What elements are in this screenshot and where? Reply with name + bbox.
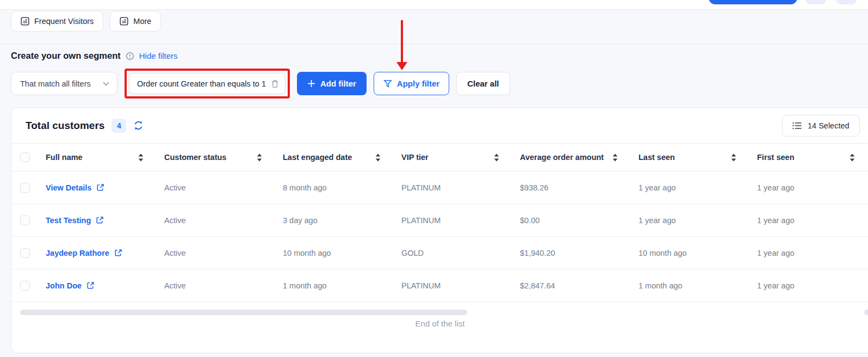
- column-header-vip-tier[interactable]: VIP tier: [401, 153, 520, 162]
- customer-name-link[interactable]: John Doe: [46, 281, 82, 290]
- select-all-cell: [20, 152, 46, 162]
- vip-tier-cell: PLATINUM: [401, 216, 520, 225]
- sort-icon[interactable]: [494, 153, 499, 162]
- external-link-icon[interactable]: [96, 183, 104, 192]
- frequent-visitors-button[interactable]: Frequent Visitors: [11, 11, 103, 32]
- external-link-icon[interactable]: [86, 281, 95, 290]
- vip-tier-cell: PLATINUM: [401, 281, 520, 290]
- select-all-checkbox[interactable]: [20, 152, 30, 162]
- first-seen-cell: 1 year ago: [757, 216, 868, 225]
- more-segments-button[interactable]: More: [110, 11, 161, 32]
- customers-card-header: Total customers 4 14 Selected: [11, 108, 868, 143]
- annotation-arrow: [396, 20, 408, 70]
- row-checkbox[interactable]: [20, 216, 30, 225]
- column-header-first-seen[interactable]: First seen: [757, 153, 868, 162]
- customer-status-cell: Active: [164, 216, 283, 225]
- external-link-icon[interactable]: [114, 249, 122, 257]
- refresh-icon[interactable]: [133, 120, 144, 131]
- frequent-visitors-label: Frequent Visitors: [34, 17, 94, 26]
- table-row: Test Testing Active 3 day ago PLATINUM $…: [11, 204, 868, 237]
- last-engaged-cell: 3 day ago: [283, 216, 401, 225]
- toolbar-chip-partial[interactable]: [836, 0, 857, 4]
- list-icon: [792, 122, 802, 130]
- segment-builder-title: Create your own segment: [11, 51, 121, 61]
- last-engaged-cell: 10 month ago: [283, 249, 401, 257]
- filter-chip[interactable]: Order count Greater than equals to 1: [129, 73, 286, 94]
- table-header-row: Full name Customer status Last engaged d…: [11, 143, 868, 171]
- customer-name-link[interactable]: Test Testing: [46, 216, 91, 225]
- customer-name-link[interactable]: View Details: [46, 183, 91, 192]
- selected-count-button[interactable]: 14 Selected: [782, 115, 860, 137]
- more-label: More: [133, 17, 151, 26]
- last-seen-cell: 1 month ago: [638, 281, 757, 290]
- section-divider: [0, 44, 868, 44]
- table-row: John Doe Active 1 month ago PLATINUM $2,…: [11, 269, 868, 302]
- customer-status-cell: Active: [164, 183, 283, 192]
- sort-icon[interactable]: [138, 153, 144, 162]
- match-filters-dropdown[interactable]: That match all filters: [11, 72, 117, 95]
- sort-icon[interactable]: [850, 153, 855, 162]
- customer-status-cell: Active: [164, 249, 283, 257]
- quick-segments-row: Frequent Visitors More: [11, 11, 161, 32]
- filter-controls-row: That match all filters Order count Great…: [11, 70, 510, 97]
- funnel-icon: [383, 79, 392, 88]
- row-checkbox[interactable]: [20, 281, 30, 291]
- segment-icon: [21, 17, 29, 26]
- toolbar-chip-partial[interactable]: [805, 0, 826, 4]
- clear-all-label: Clear all: [467, 79, 499, 88]
- column-header-last-engaged-date[interactable]: Last engaged date: [283, 153, 401, 162]
- horizontal-scrollbar[interactable]: [20, 310, 467, 315]
- apply-filter-label: Apply filter: [397, 79, 439, 88]
- table-row: Jaydeep Rathore Active 10 month ago GOLD…: [11, 237, 868, 269]
- match-filters-value: That match all filters: [20, 79, 91, 88]
- end-of-list-text: End of the list: [11, 319, 868, 328]
- last-engaged-cell: 8 month ago: [283, 183, 401, 192]
- primary-action-button-partial[interactable]: [709, 0, 797, 4]
- filter-chip-label: Order count Greater than equals to 1: [137, 79, 266, 88]
- avg-order-cell: $1,940.20: [520, 249, 638, 257]
- column-header-full-name[interactable]: Full name: [46, 153, 164, 162]
- apply-filter-button[interactable]: Apply filter: [374, 72, 449, 95]
- row-checkbox[interactable]: [20, 248, 30, 258]
- chevron-down-icon: [103, 82, 109, 86]
- first-seen-cell: 1 year ago: [757, 183, 868, 192]
- customer-name-link[interactable]: Jaydeep Rathore: [46, 249, 109, 257]
- customer-status-cell: Active: [164, 281, 283, 290]
- table-row: View Details Active 8 month ago PLATINUM…: [11, 171, 868, 204]
- sort-icon[interactable]: [257, 153, 262, 162]
- last-engaged-cell: 1 month ago: [283, 281, 401, 290]
- customers-card: Total customers 4 14 Selected Full name …: [11, 107, 868, 353]
- column-header-average-order-amount[interactable]: Average order amount: [520, 153, 638, 162]
- horizontal-scrollbar-fragment[interactable]: [864, 310, 868, 315]
- info-icon: [126, 52, 134, 60]
- column-header-last-seen[interactable]: Last seen: [638, 153, 757, 162]
- avg-order-cell: $2,847.64: [520, 281, 638, 290]
- vip-tier-cell: PLATINUM: [401, 183, 520, 192]
- avg-order-cell: $938.26: [520, 183, 638, 192]
- first-seen-cell: 1 year ago: [757, 281, 868, 290]
- external-link-icon[interactable]: [96, 216, 104, 224]
- total-customers-title: Total customers: [26, 120, 104, 132]
- clear-all-button[interactable]: Clear all: [456, 72, 510, 95]
- plus-icon: [307, 79, 315, 88]
- add-filter-button[interactable]: Add filter: [297, 72, 367, 95]
- trash-icon[interactable]: [271, 79, 279, 88]
- segment-builder-header: Create your own segment Hide filters: [11, 51, 178, 61]
- hide-filters-link[interactable]: Hide filters: [139, 51, 178, 60]
- last-seen-cell: 1 year ago: [638, 216, 757, 225]
- row-checkbox[interactable]: [20, 183, 30, 193]
- sort-icon[interactable]: [612, 153, 618, 162]
- avg-order-cell: $0.00: [520, 216, 638, 225]
- last-seen-cell: 10 month ago: [638, 249, 757, 257]
- last-seen-cell: 1 year ago: [638, 183, 757, 192]
- customers-count-badge: 4: [111, 119, 126, 133]
- segment-icon: [120, 17, 128, 26]
- column-header-customer-status[interactable]: Customer status: [164, 153, 283, 162]
- selected-count-label: 14 Selected: [808, 121, 850, 130]
- annotation-highlight-box: Order count Greater than equals to 1: [125, 69, 290, 99]
- sort-icon[interactable]: [375, 153, 381, 162]
- vip-tier-cell: GOLD: [401, 249, 520, 257]
- sort-icon[interactable]: [731, 153, 736, 162]
- first-seen-cell: 1 year ago: [757, 249, 868, 257]
- add-filter-label: Add filter: [320, 79, 356, 88]
